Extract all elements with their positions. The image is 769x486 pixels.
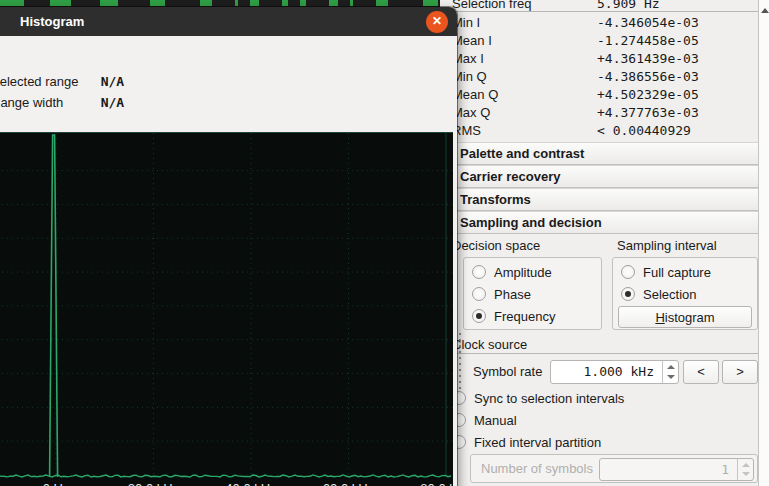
stat-label: Mean Q	[452, 86, 498, 104]
sampling-interval-label: Sampling interval	[617, 238, 717, 253]
stat-value: < 0.00440929	[597, 122, 691, 140]
spectrogram-blocks	[0, 0, 458, 6]
stat-label: Mean I	[452, 32, 492, 50]
stat-value: -1.274458e-05	[597, 32, 699, 50]
clock-source-label: Clock source	[452, 337, 527, 352]
radio-icon	[472, 265, 486, 279]
properties-content: Selection freq 5.909 Hz Min I -4.346054e…	[440, 0, 758, 486]
section-sampling-and-decision[interactable]: ▼Sampling and decision	[440, 211, 758, 234]
stat-row-max-q: Max Q +4.377763e-03	[452, 104, 756, 122]
section-label: Palette and contrast	[460, 146, 584, 161]
svg-text:60.0 kHz: 60.0 kHz	[323, 481, 374, 486]
selected-range-label: Selected range	[0, 72, 97, 92]
properties-panel: Selection freq 5.909 Hz Min I -4.346054e…	[440, 0, 769, 486]
radio-label: Amplitude	[494, 265, 552, 280]
spinner-arrows[interactable]	[662, 361, 678, 383]
section-carrier-recovery[interactable]: ▶Carrier recovery	[440, 165, 758, 188]
section-palette-and-contrast[interactable]: ▶Palette and contrast	[440, 142, 758, 165]
radio-selection[interactable]: Selection	[613, 283, 757, 305]
symbol-rate-spinbox[interactable]: 1.000 kHz	[550, 360, 679, 384]
radio-frequency[interactable]: Frequency	[464, 305, 601, 327]
less-than-icon: <	[697, 364, 705, 379]
radio-fixed-interval-partition[interactable]: Fixed interval partition	[444, 431, 601, 453]
stat-label: Max Q	[452, 104, 490, 122]
window-title: Histogram	[20, 7, 84, 36]
spin-up-icon[interactable]	[667, 365, 675, 369]
spin-down-icon	[742, 472, 750, 476]
radio-sync-to-selection-intervals[interactable]: Sync to selection intervals	[444, 387, 624, 409]
stat-row-mean-q: Mean Q +4.502329e-05	[452, 86, 756, 104]
section-transforms[interactable]: ▶Transforms	[440, 188, 758, 211]
radio-amplitude[interactable]: Amplitude	[464, 261, 601, 283]
number-of-symbols-spinbox: 1	[599, 458, 754, 481]
stat-value: -4.346054e-03	[597, 14, 699, 32]
window-titlebar[interactable]: Histogram ✕	[0, 7, 457, 36]
app-root: Selection freq 5.909 Hz Min I -4.346054e…	[0, 0, 769, 486]
separator	[440, 11, 758, 12]
section-label: Carrier recovery	[460, 169, 560, 184]
spin-up-icon	[742, 463, 750, 467]
stat-row-min-i: Min I -4.346054e-03	[452, 14, 756, 32]
stat-value: +4.502329e-05	[597, 86, 699, 104]
radio-checked-icon	[472, 309, 486, 323]
radio-label: Full capture	[643, 265, 711, 280]
histogram-button-label: Histogram	[655, 310, 714, 325]
stat-row-min-q: Min Q -4.386556e-03	[452, 68, 756, 86]
stat-label: Min Q	[452, 68, 487, 86]
number-of-symbols-label: Number of symbols	[481, 461, 593, 476]
radio-label: Selection	[643, 287, 696, 302]
scrollbar-up-arrow-icon[interactable]	[761, 8, 769, 13]
range-width-value: N/A	[101, 95, 124, 110]
symbol-rate-value: 1.000 kHz	[551, 361, 658, 383]
histogram-button[interactable]: Histogram	[618, 306, 752, 328]
radio-full-capture[interactable]: Full capture	[613, 261, 757, 283]
symbol-rate-increase-button[interactable]: >	[722, 360, 758, 384]
range-width-row: Range width N/A	[0, 93, 124, 113]
section-label: Sampling and decision	[460, 215, 602, 230]
radio-phase[interactable]: Phase	[464, 283, 601, 305]
radio-label: Frequency	[494, 309, 555, 324]
symbol-rate-decrease-button[interactable]: <	[683, 360, 719, 384]
svg-text:80.0 kHz: 80.0 kHz	[420, 481, 453, 486]
histogram-window: Histogram ✕ Selected range N/A Range wid…	[0, 7, 457, 486]
range-width-label: Range width	[0, 93, 97, 113]
number-of-symbols-group: Number of symbols 1	[470, 454, 758, 483]
window-close-button[interactable]: ✕	[426, 11, 448, 33]
section-label: Transforms	[460, 192, 531, 207]
stat-row-mean-i: Mean I -1.274458e-05	[452, 32, 756, 50]
spinner-arrows	[737, 459, 753, 480]
spin-down-icon[interactable]	[667, 375, 675, 379]
window-body: Selected range N/A Range width N/A 0 Hz2…	[0, 36, 457, 486]
svg-text:20.0 kHz: 20.0 kHz	[128, 481, 179, 486]
decision-space-label: Decision space	[452, 238, 540, 253]
panel-splitter-handle[interactable]	[459, 333, 461, 393]
radio-checked-icon	[621, 287, 635, 301]
decision-space-group: Amplitude Phase Frequency	[463, 257, 602, 330]
sampling-interval-group: Full capture Selection Histogram	[612, 257, 758, 330]
selected-range-row: Selected range N/A	[0, 72, 124, 92]
greater-than-icon: >	[736, 364, 744, 379]
radio-icon	[472, 287, 486, 301]
selected-range-value: N/A	[101, 74, 124, 89]
radio-label: Sync to selection intervals	[474, 391, 624, 406]
stat-row-max-i: Max I +4.361439e-03	[452, 50, 756, 68]
stat-value: -4.386556e-03	[597, 68, 699, 86]
stat-value: +4.361439e-03	[597, 50, 699, 68]
histogram-chart: 0 Hz20.0 kHz40.0 kHz60.0 kHz80.0 kHz	[0, 133, 453, 486]
panel-scrollbar[interactable]	[758, 0, 769, 486]
stat-value: +4.377763e-03	[597, 104, 699, 122]
svg-text:0 Hz: 0 Hz	[43, 481, 70, 486]
svg-text:40.0 kHz: 40.0 kHz	[225, 481, 276, 486]
histogram-plot: 0 Hz20.0 kHz40.0 kHz60.0 kHz80.0 kHz	[0, 132, 453, 486]
close-icon: ✕	[432, 14, 442, 28]
number-of-symbols-value: 1	[600, 459, 733, 480]
stat-row-rms: RMS < 0.00440929	[452, 122, 756, 140]
symbol-rate-label: Symbol rate	[473, 364, 542, 379]
separator	[440, 353, 758, 354]
radio-label: Fixed interval partition	[474, 435, 601, 450]
radio-label: Manual	[474, 413, 517, 428]
radio-label: Phase	[494, 287, 531, 302]
radio-icon	[621, 265, 635, 279]
